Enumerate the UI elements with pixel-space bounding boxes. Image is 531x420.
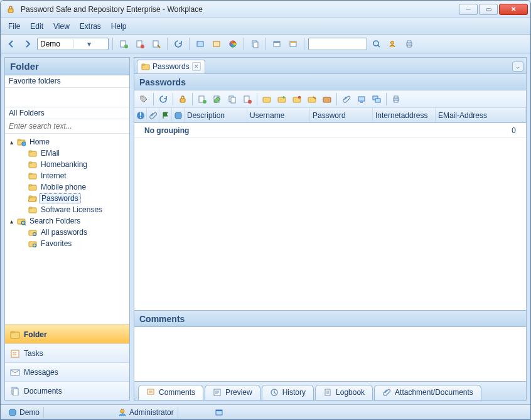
btab-logbook[interactable]: Logbook <box>315 385 373 400</box>
main-toolbar: Demo ▾ <box>1 35 530 53</box>
toolbar-screen-1[interactable] <box>193 37 207 51</box>
svg-point-16 <box>391 41 394 44</box>
ct-folder-2[interactable] <box>275 92 289 106</box>
toolbar-window-1[interactable] <box>270 37 284 51</box>
btab-comments[interactable]: Comments <box>138 385 203 400</box>
tree-node-passwords[interactable]: Passwords <box>19 193 128 204</box>
tree-node-mobile[interactable]: Mobile phone <box>19 181 128 193</box>
menu-help[interactable]: Help <box>106 18 132 34</box>
tree-node-internet[interactable]: Internet <box>19 170 128 181</box>
toolbar-window-2[interactable] <box>286 37 300 51</box>
svg-rect-21 <box>18 139 21 141</box>
col-info-icon[interactable]: ! <box>134 108 147 122</box>
tree-node-allpasswords[interactable]: All passwords <box>19 227 128 238</box>
svg-text:!: ! <box>139 111 142 120</box>
toolbar-new-2[interactable] <box>133 37 147 51</box>
ct-folder-4[interactable] <box>305 92 319 106</box>
tree-label-email: EMail <box>39 149 62 158</box>
tab-passwords-label: Passwords <box>153 62 190 71</box>
ct-lock-button[interactable] <box>176 92 190 106</box>
collapse-icon[interactable]: ▴ <box>8 139 15 146</box>
col-password[interactable]: Password <box>310 108 373 122</box>
ct-folder-1[interactable] <box>260 92 274 106</box>
toolbar-search-button[interactable] <box>370 37 384 51</box>
tab-close-button[interactable]: ✕ <box>192 62 201 71</box>
toolbar-forward-button[interactable] <box>21 37 35 51</box>
nav-tasks[interactable]: Tasks <box>5 343 129 362</box>
btab-history[interactable]: History <box>262 385 314 400</box>
ct-print-button[interactable] <box>389 92 403 106</box>
menu-view[interactable]: View <box>48 18 75 34</box>
nav-section: Folder Tasks Messages Documents <box>5 325 129 400</box>
toolbar-print-button[interactable] <box>402 37 416 51</box>
btab-attachment[interactable]: Attachment/Documents <box>374 385 481 400</box>
ct-screen-button[interactable] <box>355 92 368 106</box>
content-header: Passwords <box>134 74 526 90</box>
svg-rect-73 <box>148 389 154 394</box>
maximize-button[interactable]: ▭ <box>479 4 498 15</box>
logbook-icon <box>323 388 332 397</box>
tree-node-email[interactable]: EMail <box>19 148 128 159</box>
tab-passwords[interactable]: Passwords ✕ <box>137 60 205 73</box>
folder-open-icon <box>28 193 38 203</box>
minimize-button[interactable]: ─ <box>459 4 478 15</box>
col-db-icon[interactable] <box>172 108 185 122</box>
toolbar-screen-2[interactable] <box>210 37 223 51</box>
nav-documents-label: Documents <box>24 387 62 396</box>
ct-attach-button[interactable] <box>340 92 353 106</box>
svg-rect-43 <box>11 350 19 357</box>
toolbar-new-3[interactable] <box>149 37 163 51</box>
menu-edit[interactable]: Edit <box>25 18 48 34</box>
ct-tag-button[interactable] <box>137 92 151 106</box>
group-count: 0 <box>512 126 516 135</box>
nav-documents[interactable]: Documents <box>5 381 129 400</box>
col-flag-icon[interactable] <box>159 108 172 122</box>
svg-rect-58 <box>278 97 286 102</box>
menu-extras[interactable]: Extras <box>75 18 106 34</box>
col-username[interactable]: Username <box>247 108 310 122</box>
toolbar-search-input[interactable] <box>308 38 367 50</box>
content-pane: Passwords <box>134 73 527 401</box>
svg-rect-69 <box>394 100 398 102</box>
col-internet[interactable]: Internetaddress <box>373 108 436 122</box>
group-row[interactable]: No grouping 0 <box>134 123 526 138</box>
collapse-icon[interactable]: ▴ <box>8 218 15 225</box>
tree-node-licenses[interactable]: Software Licenses <box>19 204 128 215</box>
tree-node-home[interactable]: ▴ Home <box>8 136 128 148</box>
toolbar-search-user-button[interactable] <box>386 37 400 51</box>
toolbar-new-1[interactable] <box>117 37 131 51</box>
ct-delete-button[interactable] <box>240 92 254 106</box>
ct-folder-3[interactable] <box>290 92 304 106</box>
toolbar-refresh-button[interactable] <box>171 37 185 51</box>
col-attach-icon[interactable] <box>147 108 159 122</box>
btab-preview[interactable]: Preview <box>205 385 260 400</box>
svg-rect-49 <box>180 99 185 102</box>
ct-folder-5[interactable] <box>320 92 334 106</box>
toolbar-back-button[interactable] <box>4 37 18 51</box>
ct-screens-button[interactable] <box>370 92 384 106</box>
tree-node-homebanking[interactable]: Homebanking <box>19 159 128 170</box>
col-email[interactable]: EMail-Address <box>436 108 526 122</box>
status-user: Administrator <box>114 407 178 418</box>
svg-rect-46 <box>13 389 18 396</box>
tree-node-searchfolders[interactable]: ▴ Search Folders <box>8 215 128 227</box>
nav-messages[interactable]: Messages <box>5 362 129 381</box>
ct-refresh-button[interactable] <box>156 92 170 106</box>
ct-copy-button[interactable] <box>225 92 239 106</box>
menu-file[interactable]: File <box>3 18 25 34</box>
nav-folder[interactable]: Folder <box>5 325 129 343</box>
tab-expand-button[interactable]: ⌄ <box>512 62 523 72</box>
search-folder-icon <box>28 227 38 237</box>
ct-edit-button[interactable] <box>210 92 224 106</box>
database-combo[interactable]: Demo ▾ <box>37 38 109 50</box>
toolbar-color-wheel[interactable] <box>226 37 240 51</box>
close-button[interactable]: ✕ <box>499 4 528 15</box>
folder-icon <box>28 205 38 215</box>
col-description[interactable]: Description <box>185 108 247 122</box>
toolbar-copy-1[interactable] <box>248 37 262 51</box>
folder-search-input[interactable] <box>5 119 129 134</box>
status-extra <box>211 407 227 418</box>
ct-new-button[interactable] <box>195 92 209 106</box>
tree-node-favorites[interactable]: Favorites <box>19 238 128 249</box>
tree-label-homebanking: Homebanking <box>39 160 89 169</box>
